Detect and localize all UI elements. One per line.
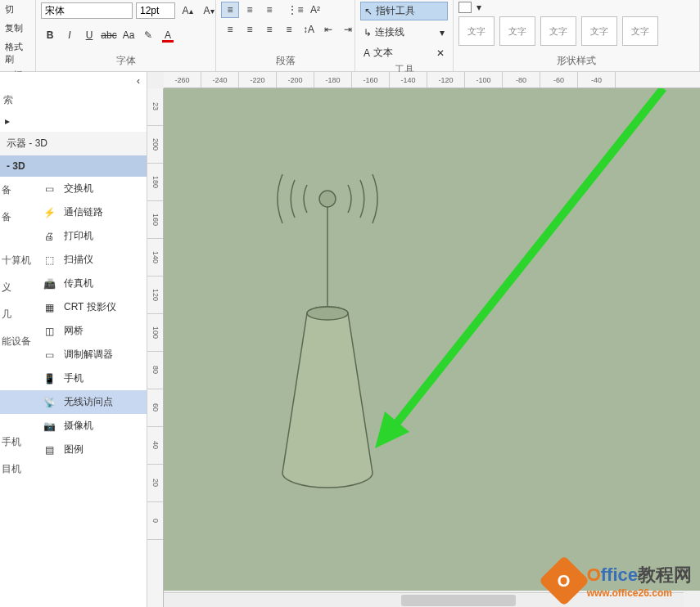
align-center-button[interactable]: ≡ (241, 21, 259, 38)
cut-button[interactable]: 切 (5, 2, 14, 17)
paragraph-label: 段落 (221, 52, 350, 70)
underline-button[interactable]: U (80, 26, 98, 44)
watermark: O Office教程网 www.office26.com (546, 563, 692, 599)
printer-icon: 🖨 (41, 230, 57, 243)
text-direction-button[interactable]: ↕A (300, 21, 318, 38)
style-preset-1[interactable]: 文字 (458, 16, 495, 46)
shape-styles-label: 形状样式 (458, 52, 694, 70)
shape-item-label: 摄像机 (64, 419, 93, 433)
bullets-button[interactable]: ⋮≡ (287, 2, 305, 18)
expand-icon[interactable]: ▸ (0, 110, 147, 132)
wap-icon: 📡 (41, 396, 57, 409)
superscript-button[interactable]: A² (306, 2, 324, 18)
wireless-access-point-shape[interactable] (278, 174, 377, 488)
scanner-icon: ⬚ (41, 254, 57, 267)
font-group: A▴ A▾ B I U abc Aa ✎ A 字体 (36, 0, 216, 71)
style-preset-3[interactable]: 文字 (540, 16, 576, 46)
fill-swatch[interactable] (458, 2, 472, 13)
shape-item-label: 通信链路 (64, 205, 103, 219)
tools-group: ↖指针工具 ↳连接线▾ A文本✕ 工具 (355, 0, 454, 71)
switch-icon: ▭ (41, 182, 57, 196)
svg-point-0 (319, 191, 336, 207)
shape-item-label: 打印机 (64, 229, 93, 243)
category-1[interactable]: 示器 - 3D (0, 132, 147, 155)
shape-item-label: 手机 (64, 371, 84, 385)
watermark-title: Office教程网 (587, 563, 692, 587)
clipboard-group: 切 复制 格式刷 板 (0, 0, 36, 71)
camera-icon: 📷 (41, 420, 57, 433)
italic-button[interactable]: I (61, 26, 79, 44)
shape-item-label: 交换机 (64, 182, 93, 196)
canvas-svg (164, 88, 700, 591)
connector-tool-button[interactable]: ↳连接线▾ (360, 24, 448, 41)
align-middle-button[interactable]: ≡ (241, 2, 259, 18)
format-painter-button[interactable]: 格式刷 (5, 39, 30, 67)
modem-icon: ▭ (41, 348, 57, 362)
svg-point-2 (307, 307, 348, 320)
paragraph-group: ≡ ≡ ≡ ⋮≡ A² ≡ ≡ ≡ ≡ ↕A ⇤ ⇥ 段落 (216, 0, 355, 71)
font-name-select[interactable] (41, 2, 133, 19)
main: ‹ 索 ▸ 示器 - 3D - 3D 备 备 十算机 义 几 能设备 手机 目机… (0, 72, 700, 607)
left-fragments: 备 备 十算机 义 几 能设备 手机 目机 (0, 177, 33, 483)
pointer-icon: ↖ (364, 6, 373, 17)
font-color-button[interactable]: A (159, 26, 177, 44)
text-tool-button[interactable]: A文本✕ (360, 44, 448, 61)
shape-item-label: 图例 (64, 443, 84, 456)
style-gallery: 文字 文字 文字 文字 文字 (458, 16, 658, 46)
shapes-panel: ‹ 索 ▸ 示器 - 3D - 3D 备 备 十算机 义 几 能设备 手机 目机… (0, 72, 147, 607)
shape-item-label: 无线访问点 (64, 395, 113, 409)
style-preset-2[interactable]: 文字 (499, 16, 535, 46)
horizontal-ruler: -260-240-220-200-180-160-140-120-100-80-… (164, 72, 700, 88)
style-preset-4[interactable]: 文字 (581, 16, 617, 46)
justify-button[interactable]: ≡ (280, 21, 298, 38)
grow-font-button[interactable]: A▴ (178, 2, 196, 20)
font-label: 字体 (41, 52, 210, 70)
pointer-tool-button[interactable]: ↖指针工具 (360, 2, 448, 20)
align-right-button[interactable]: ≡ (260, 21, 278, 38)
projector-icon: ▦ (41, 301, 57, 314)
shape-item-label: 网桥 (64, 324, 84, 338)
change-case-button[interactable]: Aa (120, 26, 138, 44)
shape-item-label: CRT 投影仪 (64, 300, 116, 314)
shape-list: 备 备 十算机 义 几 能设备 手机 目机 ▭交换机⚡通信链路🖨打印机⬚扫描仪📠… (0, 177, 147, 607)
indent-inc-button[interactable]: ⇥ (339, 21, 357, 38)
fax-icon: 📠 (41, 277, 57, 290)
font-size-select[interactable] (136, 2, 175, 19)
annotation-arrow (375, 88, 663, 448)
text-icon: A (364, 47, 370, 59)
highlight-button[interactable]: ✎ (139, 26, 157, 44)
legend-icon: ▤ (41, 443, 57, 456)
vertical-ruler: 23200180160140120100806040200 (147, 88, 164, 607)
bridge-icon: ◫ (41, 325, 57, 338)
search-label: 索 (0, 90, 147, 110)
align-bottom-button[interactable]: ≡ (260, 2, 278, 18)
copy-button[interactable]: 复制 (5, 20, 23, 36)
connector-icon: ↳ (364, 27, 372, 38)
link-icon: ⚡ (41, 206, 57, 219)
align-top-button[interactable]: ≡ (221, 2, 239, 18)
style-preset-5[interactable]: 文字 (622, 16, 658, 46)
shape-item-label: 扫描仪 (64, 253, 93, 267)
collapse-panel-button[interactable]: ‹ (0, 72, 147, 90)
bold-button[interactable]: B (41, 26, 59, 44)
drawing-canvas[interactable] (164, 88, 700, 591)
svg-line-3 (393, 88, 663, 428)
scrollbar-thumb[interactable] (401, 595, 516, 606)
ribbon: 切 复制 格式刷 板 A▴ A▾ B I U abc Aa ✎ A 字体 (0, 0, 700, 72)
canvas-area: -260-240-220-200-180-160-140-120-100-80-… (147, 72, 700, 607)
category-2[interactable]: - 3D (0, 155, 147, 177)
indent-dec-button[interactable]: ⇤ (319, 21, 337, 38)
watermark-url: www.office26.com (587, 587, 692, 599)
watermark-badge: O (539, 555, 589, 606)
shape-item-label: 传真机 (64, 277, 93, 290)
fill-dropdown[interactable]: ▾ (476, 2, 481, 13)
strikethrough-button[interactable]: abc (100, 26, 118, 44)
shape-item-label: 调制解调器 (64, 348, 113, 362)
shape-styles-group: ▾ 文字 文字 文字 文字 文字 形状样式 (454, 0, 700, 71)
phone-icon: 📱 (41, 372, 57, 385)
shrink-font-button[interactable]: A▾ (200, 2, 218, 20)
align-left-button[interactable]: ≡ (221, 21, 239, 38)
